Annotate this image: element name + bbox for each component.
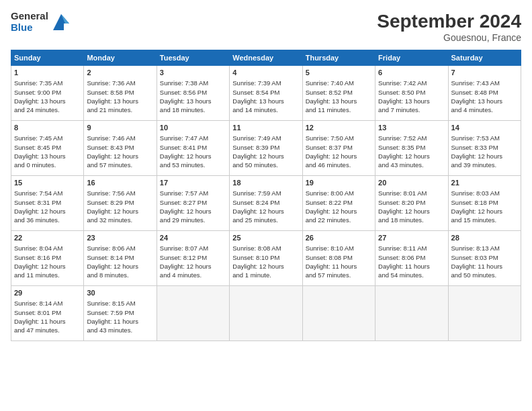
day-info-line: Sunrise: 7:53 AM (451, 134, 518, 142)
day-info-line: and 8 minutes. (87, 271, 153, 279)
day-info-line: Sunset: 8:16 PM (14, 253, 81, 262)
day-info-line: Sunrise: 7:49 AM (232, 134, 299, 142)
day-info-line: and 4 minutes. (451, 105, 518, 114)
calendar-weekday-saturday: Saturday (448, 50, 521, 66)
day-info-line: Sunset: 7:59 PM (87, 308, 153, 317)
day-info-line: Sunset: 8:01 PM (14, 308, 81, 317)
day-info-line: Sunrise: 7:45 AM (14, 134, 81, 142)
day-info-line: Sunrise: 7:36 AM (87, 79, 153, 87)
day-info-line: Sunset: 8:06 PM (378, 253, 445, 262)
day-number: 13 (378, 123, 445, 133)
day-info-line: Daylight: 12 hours (160, 207, 226, 216)
day-info-line: Daylight: 13 hours (306, 97, 372, 105)
day-number: 7 (451, 68, 518, 78)
calendar-weekday-monday: Monday (84, 50, 157, 66)
day-info-line: Sunrise: 8:06 AM (87, 244, 153, 253)
day-info-line: Sunrise: 8:15 AM (87, 299, 153, 308)
calendar-cell: 18Sunrise: 7:59 AMSunset: 8:24 PMDayligh… (230, 176, 302, 231)
day-info-line: and 50 minutes. (232, 161, 299, 169)
day-info-line: Daylight: 11 hours (451, 262, 518, 271)
page: General Blue September 2024 Gouesnou, Fr… (0, 0, 532, 411)
day-number: 29 (14, 288, 81, 298)
calendar-cell: 1Sunrise: 7:35 AMSunset: 9:00 PMDaylight… (11, 66, 84, 121)
calendar-cell (302, 286, 375, 341)
day-number: 8 (14, 123, 81, 133)
calendar-cell: 12Sunrise: 7:50 AMSunset: 8:37 PMDayligh… (302, 121, 375, 176)
day-info-line: Sunset: 8:58 PM (87, 88, 153, 97)
calendar-cell (448, 286, 521, 341)
calendar-cell: 7Sunrise: 7:43 AMSunset: 8:48 PMDaylight… (448, 66, 521, 121)
day-info-line: and 32 minutes. (87, 216, 153, 224)
calendar-weekday-wednesday: Wednesday (230, 50, 302, 66)
day-info-line: and 25 minutes. (232, 216, 299, 224)
day-number: 15 (14, 178, 81, 188)
calendar-week-1: 1Sunrise: 7:35 AMSunset: 9:00 PMDaylight… (11, 66, 521, 121)
day-info-line: and 11 minutes. (14, 271, 81, 279)
day-info-line: and 4 minutes. (160, 271, 226, 279)
day-info-line: Daylight: 12 hours (378, 152, 445, 161)
day-info-line: and 21 minutes. (87, 105, 153, 114)
title-main: September 2024 (377, 11, 521, 32)
title-sub: Gouesnou, France (377, 32, 521, 43)
calendar-cell: 28Sunrise: 8:13 AMSunset: 8:03 PMDayligh… (448, 231, 521, 286)
calendar-cell: 19Sunrise: 8:00 AMSunset: 8:22 PMDayligh… (302, 176, 375, 231)
calendar-cell (157, 286, 229, 341)
day-info-line: and 36 minutes. (14, 216, 81, 224)
day-info-line: Sunset: 8:48 PM (451, 88, 518, 97)
day-info-line: and 1 minute. (232, 271, 299, 279)
day-info-line: Sunset: 8:18 PM (451, 198, 518, 207)
calendar-cell: 21Sunrise: 8:03 AMSunset: 8:18 PMDayligh… (448, 176, 521, 231)
day-info-line: Sunset: 9:00 PM (14, 88, 81, 97)
day-info-line: Daylight: 12 hours (14, 262, 81, 271)
day-info-line: Sunset: 8:52 PM (306, 88, 372, 97)
day-info-line: Sunrise: 7:47 AM (160, 134, 226, 142)
logo-general: General (11, 11, 48, 22)
day-info-line: Sunrise: 8:04 AM (14, 244, 81, 253)
day-info-line: Sunset: 8:24 PM (232, 198, 299, 207)
day-number: 5 (306, 68, 372, 78)
day-info-line: Sunrise: 7:59 AM (232, 189, 299, 197)
day-info-line: Sunset: 8:33 PM (451, 143, 518, 152)
day-number: 25 (232, 233, 299, 243)
calendar-cell: 9Sunrise: 7:46 AMSunset: 8:43 PMDaylight… (84, 121, 157, 176)
day-info-line: Sunset: 8:20 PM (378, 198, 445, 207)
day-info-line: Daylight: 11 hours (14, 317, 81, 326)
day-info-line: Daylight: 12 hours (160, 262, 226, 271)
calendar-cell: 29Sunrise: 8:14 AMSunset: 8:01 PMDayligh… (11, 286, 84, 341)
day-number: 11 (232, 123, 299, 133)
day-info-line: and 50 minutes. (451, 271, 518, 279)
day-info-line: and 0 minutes. (14, 161, 81, 169)
day-info-line: and 29 minutes. (160, 216, 226, 224)
day-info-line: Sunrise: 7:35 AM (14, 79, 81, 87)
day-info-line: Daylight: 13 hours (87, 97, 153, 105)
day-number: 10 (160, 123, 226, 133)
day-number: 27 (378, 233, 445, 243)
logo: General Blue (11, 11, 72, 33)
day-info-line: Sunset: 8:39 PM (232, 143, 299, 152)
day-info-line: Daylight: 12 hours (87, 262, 153, 271)
day-info-line: and 47 minutes. (14, 326, 81, 334)
day-info-line: Daylight: 12 hours (306, 152, 372, 161)
calendar-cell: 17Sunrise: 7:57 AMSunset: 8:27 PMDayligh… (157, 176, 229, 231)
day-info-line: Sunrise: 8:11 AM (378, 244, 445, 253)
day-info-line: Daylight: 12 hours (232, 207, 299, 216)
calendar-cell: 6Sunrise: 7:42 AMSunset: 8:50 PMDaylight… (375, 66, 448, 121)
calendar-cell: 16Sunrise: 7:56 AMSunset: 8:29 PMDayligh… (84, 176, 157, 231)
day-info-line: and 15 minutes. (451, 216, 518, 224)
header: General Blue September 2024 Gouesnou, Fr… (11, 11, 521, 43)
day-info-line: Sunrise: 8:07 AM (160, 244, 226, 253)
day-info-line: Sunset: 8:45 PM (14, 143, 81, 152)
day-info-line: Daylight: 11 hours (378, 262, 445, 271)
day-info-line: Daylight: 13 hours (160, 97, 226, 105)
day-info-line: and 18 minutes. (378, 216, 445, 224)
calendar-header-row: SundayMondayTuesdayWednesdayThursdayFrid… (11, 50, 521, 66)
calendar-cell: 13Sunrise: 7:52 AMSunset: 8:35 PMDayligh… (375, 121, 448, 176)
day-info-line: Sunrise: 8:03 AM (451, 189, 518, 197)
day-number: 6 (378, 68, 445, 78)
day-number: 12 (306, 123, 372, 133)
calendar-cell: 25Sunrise: 8:08 AMSunset: 8:10 PMDayligh… (230, 231, 302, 286)
calendar-weekday-tuesday: Tuesday (157, 50, 229, 66)
day-info-line: Daylight: 12 hours (232, 152, 299, 161)
day-number: 20 (378, 178, 445, 188)
day-info-line: Sunset: 8:56 PM (160, 88, 226, 97)
